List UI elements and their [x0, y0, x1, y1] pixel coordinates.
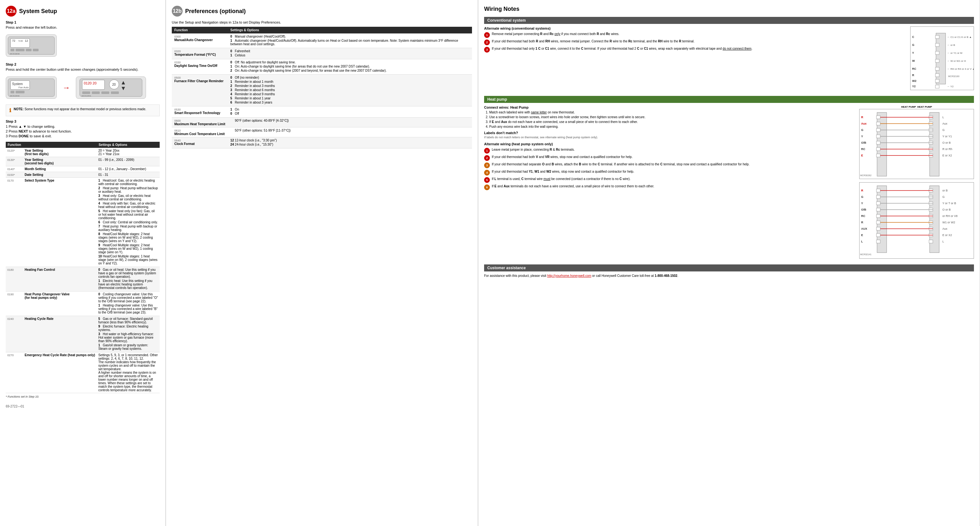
svg-text:← W or W1 or H: ← W or W1 or H — [947, 60, 966, 62]
note-text: Some functions may not appear due to the… — [25, 107, 146, 111]
svg-rect-104 — [877, 208, 880, 211]
footer-asterisk: * Functions set in Step 10. — [6, 395, 160, 398]
hp-alt-6: 6 If E and Aux terminals do not each hav… — [484, 184, 855, 190]
svg-text:C: C — [912, 35, 914, 38]
hp-alt-wiring-diagram: R G Y O/B RC R AUX E L — [859, 182, 974, 259]
badge-12b: 12b — [172, 6, 183, 17]
warn-badge-3: 3 — [484, 47, 490, 52]
svg-rect-45 — [935, 85, 939, 88]
customer-text-2: or call Honeywell Customer Care toll-fre… — [591, 274, 655, 278]
hp-diagrams: HEAT PUMP HEAT PUMP R Aux G Y O/B RC E — [859, 105, 974, 259]
svg-rect-109 — [877, 240, 880, 243]
svg-rect-24 — [82, 91, 90, 94]
hp-alt-text-1: Leave metal jumper in place, connecting … — [492, 148, 574, 151]
hp-step-3: If E and Aux do not each have a wire con… — [489, 120, 855, 124]
func-row-4: 0170Select System Type1Heat/cool: Gas, o… — [6, 178, 160, 267]
hp-badge-3: 3 — [484, 162, 490, 168]
title-12b: Preferences (optional) — [185, 8, 246, 15]
svg-text:← or Y1 or M: ← or Y1 or M — [947, 52, 963, 54]
customer-text: For assistance with this product, please… — [484, 274, 974, 278]
svg-text:Y: Y — [861, 135, 863, 138]
conventional-header: Conventional system — [484, 17, 974, 24]
func-name-1: Year Setting(second two digits) — [23, 157, 97, 166]
pref-row-1: 0320Temperature Format (°F/°C)0Fahrenhei… — [172, 48, 472, 59]
svg-text:← Y2: ← Y2 — [947, 85, 953, 88]
svg-text:or RH or V8: or RH or V8 — [942, 215, 958, 218]
func-table-body: 0120*Year Setting(first two digits)20 = … — [6, 148, 160, 393]
svg-text:Y2: Y2 — [912, 85, 916, 88]
conv-warning-list: 1 Remove metal jumper connecting R and R… — [484, 32, 906, 52]
svg-text:MCR32160: MCR32160 — [948, 75, 959, 78]
page-number: 69-2722—01 — [6, 405, 160, 408]
hp-step-4: Push any excess wire back into the wall … — [489, 125, 855, 129]
svg-text:W: W — [912, 59, 915, 62]
hp-alt-diagram-container: R G Y O/B RC R AUX E L — [859, 182, 974, 259]
step2-devices: System Fan Auto MCR22840 → 0120 20 20 ▲ … — [6, 74, 160, 101]
hp-badge-4: 4 — [484, 170, 490, 176]
pref-func-7: 0640Clock Format — [172, 137, 228, 148]
hp-badge-2: 2 — [484, 155, 490, 161]
connect-wires-title: Connect wires: Heat Pump — [484, 105, 855, 109]
svg-rect-40 — [935, 51, 939, 54]
svg-text:O or B: O or B — [942, 208, 951, 211]
device-img-step2a: System Fan Auto MCR22840 — [6, 76, 57, 99]
svg-text:12: 12 — [25, 39, 28, 42]
svg-text:L: L — [942, 116, 944, 119]
svg-rect-14 — [11, 91, 14, 93]
step2-label: Step 2 — [6, 62, 160, 66]
customer-header: Customer assistance — [484, 264, 974, 272]
conv-item-3: 3 If your old thermostat had only 1 C or… — [484, 47, 906, 52]
func-settings-3: 01 - 31 — [97, 172, 160, 178]
pref-func-0: 0300Manual/Auto Changeover — [172, 33, 228, 48]
svg-rect-67 — [877, 154, 880, 157]
pref-func-6: 0610Minimum Cool Temperature Limit — [172, 127, 228, 137]
title-12a: System Setup — [19, 8, 57, 15]
pref-th-settings: Settings & Options — [228, 27, 472, 33]
conv-text-1: Remove metal jumper connecting R and Rc … — [492, 32, 619, 36]
func-row-1: 0130*Year Setting(second two digits)01 -… — [6, 157, 160, 166]
svg-rect-106 — [877, 221, 880, 224]
func-row-2: 0140*Month Setting01 - 12 (i.e., January… — [6, 166, 160, 172]
svg-text:E or X2: E or X2 — [942, 234, 952, 237]
svg-text:G: G — [912, 43, 914, 46]
th-settings: Settings & Options — [97, 142, 160, 148]
func-name-3: Date Setting — [23, 172, 97, 178]
svg-text:← C1 or C1 K or B ▲: ← C1 or C1 K or B ▲ — [947, 36, 972, 38]
customer-link[interactable]: http://yourhome.honeywell.com — [547, 274, 591, 278]
svg-text:▼: ▼ — [121, 85, 126, 91]
svg-text:▲: ▲ — [121, 79, 126, 86]
step1-devices: 72 5:30 12 MCR33838 — [6, 32, 160, 59]
note-label: NOTE: — [14, 107, 24, 111]
pref-opts-5: 90°F (other options: 40-89°F [4-32°C]) — [228, 118, 472, 127]
func-settings-8: Settings 5, 9, 3, or 1 recommended. Othe… — [97, 352, 160, 393]
svg-text:20: 20 — [112, 83, 116, 86]
svg-text:Aux: Aux — [942, 122, 948, 125]
hp-alt-1: 1 Leave metal jumper in place, connectin… — [484, 148, 855, 154]
svg-rect-5 — [11, 49, 14, 51]
svg-rect-128 — [929, 240, 933, 243]
preferences-table: Function Settings & Options 0300Manual/A… — [172, 27, 472, 148]
hp-main-diagram-container: HEAT PUMP HEAT PUMP R Aux G Y O/B RC E — [859, 105, 974, 179]
customer-text-3: . — [677, 274, 678, 278]
pref-func-4: 0530Smart Response® Technology — [172, 106, 228, 118]
svg-rect-65 — [877, 141, 880, 144]
func-name-4: Select System Type — [23, 178, 97, 267]
func-settings-1: 01 - 99 (i.e., 2001 - 2099) — [97, 157, 160, 166]
svg-text:Y or T or B: Y or T or B — [942, 202, 956, 205]
hp-alt-3: 3 If your old thermostat had separate O … — [484, 162, 855, 168]
hp-step-1: Match each labeled wire with same letter… — [489, 111, 855, 114]
conv-text-2: If your old thermostat had both R and RH… — [492, 40, 694, 43]
heat-pump-header: Heat pump — [484, 96, 974, 103]
conventional-section: Conventional system Alternate wiring (co… — [484, 17, 974, 90]
th-function: Function — [6, 142, 23, 148]
svg-text:Aux: Aux — [942, 227, 948, 230]
conventional-text: Alternate wiring (conventional systems) … — [484, 27, 906, 90]
svg-text:MCR32141: MCR32141 — [860, 253, 872, 256]
func-settings-5: 0Gas or oil heat: Use this setting if yo… — [97, 267, 160, 291]
svg-rect-25 — [92, 91, 100, 94]
note-content: NOTE: Some functions may not appear due … — [14, 107, 146, 111]
svg-text:AUX: AUX — [861, 227, 867, 230]
func-code-4: 0170 — [6, 178, 23, 267]
step3-item-2: 2 Press NEXT to advance to next function… — [6, 129, 160, 133]
hp-badge-1: 1 — [484, 148, 490, 154]
